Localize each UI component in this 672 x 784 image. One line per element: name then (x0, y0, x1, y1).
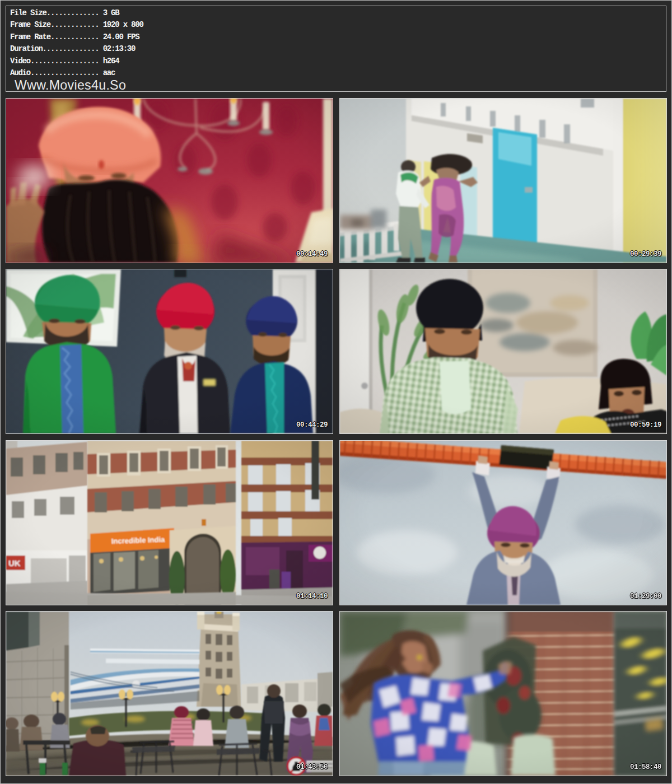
svg-text:ALCOHOL CONSUMPTION IS INJURIO: ALCOHOL CONSUMPTION IS INJURIOUS (307, 762, 333, 766)
svg-text:UK: UK (8, 558, 21, 568)
svg-text:Incredible India: Incredible India (111, 535, 166, 545)
